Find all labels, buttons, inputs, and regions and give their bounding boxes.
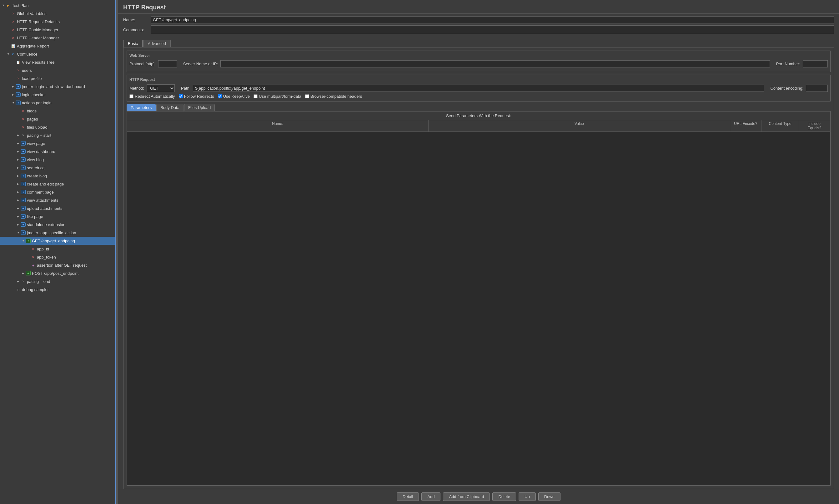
redirect-auto-checkbox[interactable] [130, 94, 134, 98]
tree-item-assertion-get[interactable]: ◈assertion after GET request [0, 261, 115, 269]
tree-item-pacing-end[interactable]: ▶✕pacing – end [0, 277, 115, 285]
tree-item-jmeter-app-specific[interactable]: ▼✦jmeter_app_specific_action [0, 229, 115, 237]
tree-arrow-get-app-endpoing[interactable]: ▼ [22, 239, 25, 242]
tab-advanced[interactable]: Advanced [143, 40, 171, 47]
tree-arrow-post-app-endpoint[interactable]: ▶ [22, 272, 25, 275]
panel-divider[interactable]: ⋮ [116, 0, 118, 504]
port-input[interactable] [803, 60, 828, 68]
tree-label-http-request-defaults: HTTP Request Defaults [17, 19, 60, 24]
tree-item-users[interactable]: ✕users [0, 66, 115, 74]
tree-item-post-app-endpoint[interactable]: ▶✦POST /app/post_endpoint [0, 269, 115, 277]
tree-label-login-checker: login checker [22, 92, 46, 97]
tree-item-jmeter-login[interactable]: ▶✦jmeter_login_and_view_dashboard [0, 83, 115, 91]
tree-arrow-pacing-end[interactable]: ▶ [17, 280, 21, 283]
add-clipboard-button[interactable]: Add from Clipboard [443, 492, 490, 501]
tree-arrow-standalone-extension[interactable]: ▶ [17, 223, 21, 226]
tree-arrow-jmeter-app-specific[interactable]: ▼ [17, 231, 21, 234]
tree-item-debug-sampler[interactable]: ◻debug sampler [0, 285, 115, 293]
comments-label: Comments: [123, 28, 148, 32]
tree-arrow-view-dashboard[interactable]: ▶ [17, 150, 21, 153]
use-keepalive-check[interactable]: Use KeepAlive [218, 94, 250, 99]
method-select[interactable]: GET POST PUT DELETE PATCH [147, 84, 175, 92]
tree-item-http-cookie-manager[interactable]: ✕HTTP Cookie Manager [0, 25, 115, 34]
tree-arrow-pacing-start[interactable]: ▶ [17, 134, 21, 137]
tree-item-search-cql[interactable]: ▶✦search cql [0, 164, 115, 172]
tree-item-view-page[interactable]: ▶✦view page [0, 139, 115, 147]
tree-arrow-like-page[interactable]: ▶ [17, 215, 21, 218]
tree-label-upload-attachments: upload attachments [27, 206, 62, 211]
server-name-input[interactable] [220, 60, 770, 68]
tree-item-load-profile[interactable]: ✕load profile [0, 74, 115, 83]
tree-arrow-comment-page[interactable]: ▶ [17, 191, 21, 194]
tree-item-blogs[interactable]: ✕blogs [0, 107, 115, 115]
use-keepalive-checkbox[interactable] [218, 94, 222, 98]
method-label: Method: [130, 86, 144, 91]
tree-item-pacing-start[interactable]: ▶✕pacing – start [0, 131, 115, 139]
tree-arrow-view-blog[interactable]: ▶ [17, 158, 21, 161]
redirect-auto-check[interactable]: Redirect Automatically [130, 94, 175, 99]
follow-redirects-check[interactable]: Follow Redirects [179, 94, 214, 99]
encoding-input[interactable] [806, 85, 828, 92]
up-button[interactable]: Up [518, 492, 536, 501]
name-input[interactable] [151, 16, 834, 23]
inner-tab-parameters[interactable]: Parameters [126, 104, 156, 111]
inner-tab-files-upload[interactable]: Files Upload [184, 104, 215, 111]
tree-arrow-login-checker[interactable]: ▶ [12, 93, 16, 96]
tree-item-create-edit-page[interactable]: ▶✦create and edit page [0, 180, 115, 188]
path-input[interactable] [193, 85, 764, 92]
follow-redirects-checkbox[interactable] [179, 94, 183, 98]
tree-item-standalone-extension[interactable]: ▶✦standalone extension [0, 220, 115, 229]
tree-item-login-checker[interactable]: ▶✦login checker [0, 91, 115, 99]
tree-arrow-test-plan[interactable]: ▼ [2, 4, 6, 7]
use-multipart-check[interactable]: Use multipart/form-data [254, 94, 301, 99]
tree-label-http-header-manager: HTTP Header Manager [17, 36, 59, 40]
protocol-input[interactable] [158, 60, 177, 68]
col-url-encode: URL Encode? [730, 120, 761, 131]
tree-arrow-view-page[interactable]: ▶ [17, 142, 21, 145]
tree-label-http-cookie-manager: HTTP Cookie Manager [17, 28, 58, 32]
tree-item-pages[interactable]: ✕pages [0, 115, 115, 123]
tree-item-get-app-endpoing[interactable]: ▼✦GET /app/get_endpoing [0, 237, 115, 245]
tree-item-like-page[interactable]: ▶✦like page [0, 212, 115, 220]
tree-item-files-upload[interactable]: ✕files upload [0, 123, 115, 131]
tree-item-http-header-manager[interactable]: ✕HTTP Header Manager [0, 34, 115, 42]
encoding-label: Content encoding: [770, 86, 803, 91]
tree-item-view-attachments[interactable]: ▶✦view attachments [0, 196, 115, 204]
tree-item-upload-attachments[interactable]: ▶✦upload attachments [0, 204, 115, 212]
tree-item-confluence[interactable]: ▼⚙Confluence [0, 50, 115, 58]
tree-arrow-create-edit-page[interactable]: ▶ [17, 182, 21, 185]
tree-arrow-actions-per-login[interactable]: ▼ [12, 101, 16, 104]
comments-input[interactable] [151, 25, 834, 34]
down-button[interactable]: Down [538, 492, 561, 501]
tree-arrow-create-blog[interactable]: ▶ [17, 174, 21, 177]
delete-button[interactable]: Delete [492, 492, 516, 501]
tree-arrow-jmeter-login[interactable]: ▶ [12, 85, 16, 88]
tree-item-comment-page[interactable]: ▶✦comment page [0, 188, 115, 196]
tree-arrow-search-cql[interactable]: ▶ [17, 166, 21, 169]
tab-basic[interactable]: Basic [123, 40, 142, 47]
tree-item-actions-per-login[interactable]: ▼✦actions per login [0, 99, 115, 107]
tree-item-view-results-tree[interactable]: 📋View Results Tree [0, 58, 115, 66]
browser-headers-checkbox[interactable] [305, 94, 309, 98]
col-content-type: Content-Type [761, 120, 799, 131]
tree-item-global-variables[interactable]: ✕Global Variables [0, 10, 115, 17]
use-multipart-checkbox[interactable] [254, 94, 258, 98]
tree-item-http-request-defaults[interactable]: ✕HTTP Request Defaults [0, 17, 115, 25]
inner-tab-body-data[interactable]: Body Data [156, 104, 184, 111]
params-columns: Name: Value URL Encode? Content-Type Inc… [127, 120, 830, 132]
port-label: Port Number: [776, 61, 800, 66]
tree-item-view-dashboard[interactable]: ▶✦view dashboard [0, 147, 115, 156]
tree-item-create-blog[interactable]: ▶✦create blog [0, 172, 115, 180]
tree-item-view-blog[interactable]: ▶✦view blog [0, 156, 115, 164]
browser-headers-check[interactable]: Browser-compatible headers [305, 94, 362, 99]
tree-item-app-token[interactable]: ✕app_token [0, 253, 115, 261]
tree-arrow-upload-attachments[interactable]: ▶ [17, 207, 21, 210]
tree-arrow-confluence[interactable]: ▼ [7, 52, 11, 56]
tree-scroll[interactable]: ▼▶Test Plan✕Global Variables✕HTTP Reques… [0, 1, 115, 293]
tree-item-test-plan[interactable]: ▼▶Test Plan [0, 1, 115, 10]
tree-item-app-id[interactable]: ✕app_id [0, 245, 115, 253]
add-button[interactable]: Add [422, 492, 441, 501]
detail-button[interactable]: Detail [397, 492, 419, 501]
tree-item-aggregate-report[interactable]: 📊Aggregate Report [0, 42, 115, 50]
tree-arrow-view-attachments[interactable]: ▶ [17, 199, 21, 202]
